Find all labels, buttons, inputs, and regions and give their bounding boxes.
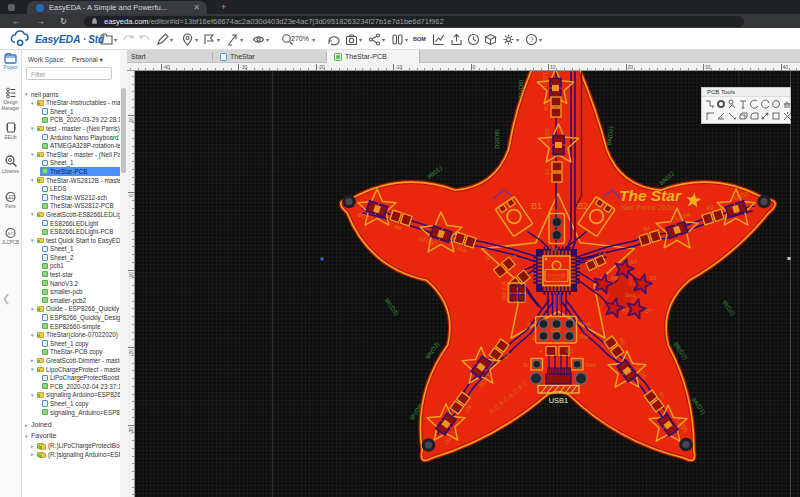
svg-text:8I(D2): 8I(D2) — [721, 299, 735, 316]
svg-text:Gnd: Gnd — [585, 362, 595, 368]
svg-text:8A(D2): 8A(D2) — [606, 126, 614, 146]
svg-text:Neil Parris 2020: Neil Parris 2020 — [621, 203, 674, 212]
svg-text:JLC: JLC — [7, 232, 14, 236]
svg-text:A8: A8 — [611, 275, 618, 281]
svg-text:9B01J: 9B01J — [426, 165, 443, 180]
svg-text:9A(D1): 9A(D1) — [691, 396, 707, 415]
svg-text:A7: A7 — [630, 259, 637, 265]
svg-text:1: 1 — [532, 335, 535, 341]
svg-text:9R(D3): 9R(D3) — [384, 297, 400, 316]
svg-text:T1(D8): T1(D8) — [518, 80, 524, 99]
svg-text:328p: 328p — [551, 277, 563, 283]
svg-text:LED1: LED1 — [542, 71, 548, 87]
svg-text:Rst: Rst — [580, 334, 589, 340]
svg-text:D2(D8): D2(D8) — [494, 129, 500, 148]
svg-text:+: + — [539, 348, 543, 354]
svg-text:ESP: ESP — [551, 327, 562, 333]
svg-text:The Star: The Star — [619, 187, 682, 204]
svg-text:USB1: USB1 — [549, 396, 569, 405]
svg-text:LED: LED — [6, 195, 16, 200]
svg-text:B2: B2 — [577, 201, 588, 211]
svg-text:Tx: Tx — [551, 207, 557, 213]
svg-text:LED2: LED2 — [545, 127, 551, 143]
svg-text:A5: A5 — [622, 307, 629, 313]
svg-text:Rx: Rx — [551, 246, 558, 252]
svg-text:C2: C2 — [566, 348, 573, 354]
svg-text:D6: D6 — [650, 275, 657, 281]
svg-text:Gnd: Gnd — [580, 321, 590, 327]
svg-text:D7: D7 — [645, 308, 652, 314]
svg-text:8A02J: 8A02J — [658, 171, 675, 187]
svg-text:B1: B1 — [531, 201, 542, 211]
svg-text:16M X1A: 16M X1A — [502, 280, 507, 301]
svg-text:5v: 5v — [527, 322, 533, 328]
svg-text:Gnd: Gnd — [625, 292, 635, 298]
svg-text:?: ? — [530, 36, 534, 43]
svg-text:R2: R2 — [544, 168, 550, 175]
svg-text:5v: 5v — [523, 362, 529, 368]
svg-text:R1: R1 — [543, 103, 549, 110]
